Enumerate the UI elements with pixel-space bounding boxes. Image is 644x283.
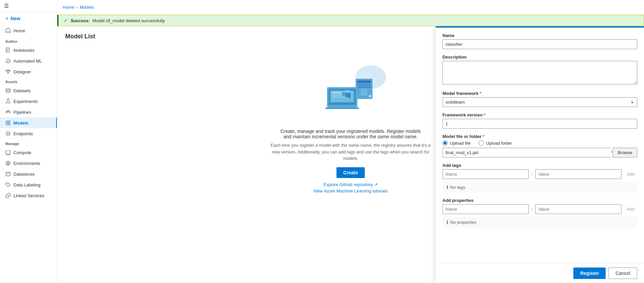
svg-rect-19 xyxy=(6,121,8,122)
github-link[interactable]: Explore Github repository ↗ xyxy=(323,182,378,187)
author-section-label: Author xyxy=(0,37,57,45)
upload-type-radio-group: Upload file Upload folder xyxy=(442,140,637,146)
svg-rect-35 xyxy=(357,80,371,83)
framework-version-field: Framework version * xyxy=(442,112,637,129)
success-icon: ✓ xyxy=(64,18,68,23)
name-field: Name xyxy=(442,33,637,49)
svg-rect-8 xyxy=(7,72,9,73)
property-name-input[interactable] xyxy=(442,204,529,214)
sidebar-item-environments[interactable]: Environments xyxy=(0,158,57,169)
file-path-input[interactable] xyxy=(442,148,610,157)
properties-input-row: : Add xyxy=(442,204,637,214)
svg-rect-21 xyxy=(6,123,8,125)
framework-label: Model framework * xyxy=(442,91,637,96)
file-required-star: * xyxy=(611,150,613,155)
svg-rect-14 xyxy=(6,111,7,113)
info-icon-properties: ℹ xyxy=(446,219,448,225)
environments-icon xyxy=(5,161,11,166)
sidebar-item-pipelines[interactable]: Pipelines xyxy=(0,107,57,117)
description-label: Description xyxy=(442,55,637,60)
sidebar-item-endpoints[interactable]: Endpoints xyxy=(0,128,57,139)
upload-file-radio-label[interactable]: Upload file xyxy=(442,140,470,146)
sidebar-item-models[interactable]: Models xyxy=(0,117,57,128)
endpoints-icon xyxy=(5,131,11,136)
pipelines-icon xyxy=(5,109,11,115)
manage-section-label: Manage xyxy=(0,139,57,147)
sidebar-item-designer[interactable]: Designer xyxy=(0,66,57,77)
success-notification: ✓ Success: Model clf_model deleted succe… xyxy=(57,15,644,26)
sidebar-item-notebooks[interactable]: Notebooks xyxy=(0,45,57,56)
framework-select[interactable]: scikitlearn TensorFlow PyTorch ONNX Cust… xyxy=(442,97,637,107)
description-field: Description xyxy=(442,55,637,85)
notebook-icon xyxy=(5,47,11,53)
breadcrumb-home[interactable]: Home xyxy=(63,5,74,10)
breadcrumb-current: Models xyxy=(80,5,94,10)
assets-section-label: Assets xyxy=(0,77,57,85)
svg-rect-37 xyxy=(357,86,371,88)
name-input[interactable] xyxy=(442,39,637,49)
sidebar-item-data-labeling[interactable]: Data Labeling xyxy=(0,179,57,190)
info-icon: ℹ xyxy=(446,184,448,190)
svg-rect-5 xyxy=(6,70,7,71)
success-message: Model clf_model deleted successfully xyxy=(93,18,165,23)
svg-point-24 xyxy=(7,133,9,134)
designer-icon xyxy=(5,69,11,74)
tag-name-input[interactable] xyxy=(442,169,529,179)
hamburger-icon[interactable]: ☰ xyxy=(4,3,9,9)
tag-value-input[interactable] xyxy=(535,169,621,179)
home-nav-item[interactable]: Home xyxy=(0,25,57,37)
model-file-field: Model file or folder * Upload file Uploa… xyxy=(442,134,637,157)
create-button[interactable]: Create xyxy=(336,167,365,178)
sidebar-item-compute[interactable]: Compute xyxy=(0,147,57,158)
datastores-icon xyxy=(5,171,11,177)
add-properties-label: Add properties xyxy=(442,198,637,203)
add-tag-button[interactable]: Add xyxy=(624,170,637,178)
success-label: Success: xyxy=(71,18,90,23)
upload-folder-radio[interactable] xyxy=(478,140,484,146)
svg-rect-45 xyxy=(332,97,345,98)
property-value-input[interactable] xyxy=(535,204,621,214)
framework-version-label: Framework version * xyxy=(442,112,637,117)
page-body: Model List xyxy=(57,26,644,283)
compute-icon xyxy=(5,150,11,155)
register-button[interactable]: Register xyxy=(573,268,606,279)
sidebar-item-linked-services[interactable]: Linked Services xyxy=(0,190,57,201)
new-button[interactable]: + New xyxy=(0,12,57,25)
description-textarea[interactable] xyxy=(442,61,637,84)
svg-rect-22 xyxy=(8,123,10,125)
svg-point-51 xyxy=(353,90,355,91)
sidebar-item-datasets[interactable]: Datasets xyxy=(0,85,57,96)
sidebar: ☰ + New Home Author Notebooks Automated … xyxy=(0,0,57,283)
framework-version-input[interactable] xyxy=(442,119,637,129)
link-row: Explore Github repository ↗ View Azure M… xyxy=(314,182,388,193)
sidebar-item-automated-ml[interactable]: Automated ML xyxy=(0,56,57,66)
upload-file-radio[interactable] xyxy=(442,140,448,146)
svg-point-30 xyxy=(6,172,10,173)
property-colon-separator: : xyxy=(531,207,533,212)
svg-rect-16 xyxy=(7,110,9,111)
datasets-icon xyxy=(5,88,11,93)
labeling-icon xyxy=(5,182,11,187)
tutorials-link[interactable]: View Azure Machine Learning tutorials xyxy=(314,188,388,193)
upload-folder-radio-label[interactable]: Upload folder xyxy=(478,140,512,146)
top-bar: Home › Models xyxy=(57,0,644,15)
browse-button[interactable]: Browse xyxy=(613,148,637,157)
sidebar-item-datastores[interactable]: Datastores xyxy=(0,169,57,179)
svg-point-12 xyxy=(6,89,10,90)
model-file-label: Model file or folder * xyxy=(442,134,637,139)
no-properties-row: ℹ No properties xyxy=(442,217,637,227)
svg-point-4 xyxy=(6,59,10,63)
empty-state-title: Create, manage and track your registered… xyxy=(280,129,421,139)
sidebar-item-experiments[interactable]: Experiments xyxy=(0,96,57,107)
svg-rect-49 xyxy=(325,107,359,109)
add-property-button[interactable]: Add xyxy=(624,205,637,213)
framework-required: * xyxy=(479,91,481,96)
tag-colon-separator: : xyxy=(531,172,533,177)
cancel-button[interactable]: Cancel xyxy=(608,268,637,279)
framework-version-required: * xyxy=(484,112,485,117)
file-input-row: * Browse xyxy=(442,148,637,157)
add-tags-field: Add tags : Add ℹ No tags xyxy=(442,163,637,192)
linked-icon xyxy=(5,193,11,198)
empty-state-illustration xyxy=(310,60,391,122)
register-model-panel: Name Description Model framework * xyxy=(435,26,644,283)
